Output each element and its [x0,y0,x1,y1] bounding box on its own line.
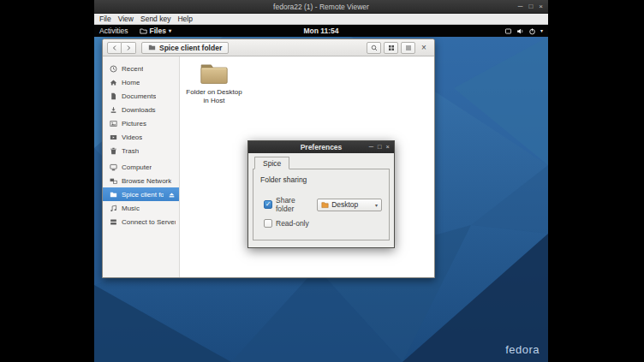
tab-spice[interactable]: Spice [254,157,289,169]
sidebar-item-recent[interactable]: Recent [103,62,179,75]
document-icon [110,92,117,100]
app-menu-files[interactable]: Files ▾ [140,27,171,35]
sidebar-item-pictures[interactable]: Pictures [103,116,179,130]
computer-icon [110,163,117,171]
activities-button[interactable]: Activities [99,27,128,35]
viewer-menubar: File View Send key Help [94,14,548,25]
sidebar-item-connect-to-server[interactable]: Connect to Server [103,215,179,228]
preferences-title: Preferences [301,143,343,151]
minimize-icon[interactable]: ─ [518,3,523,10]
minimize-icon[interactable]: ─ [369,144,373,151]
folder-sharing-heading: Folder sharing [260,175,382,184]
menu-view[interactable]: View [115,15,137,23]
power-icon [528,27,536,35]
files-headerbar: Spice client folder × [103,39,434,56]
spice-tab-page: Folder sharing ✓ Share folder Desktop ▾ [253,169,390,240]
menu-help[interactable]: Help [174,15,195,23]
viewer-titlebar: fedora22 (1) - Remote Viewer ─ □ × [94,0,548,14]
clock-icon [110,65,117,73]
files-sidebar: Recent Home Documents Downloads [103,56,180,277]
screen: fedora22 (1) - Remote Viewer ─ □ × File … [0,0,644,362]
close-icon[interactable]: × [539,3,543,10]
system-tray[interactable]: ▾ [504,27,543,35]
chevron-right-icon [125,45,132,51]
shared-folder-value: Desktop [331,200,358,209]
folder-icon [321,201,329,209]
sidebar-item-downloads[interactable]: Downloads [103,103,179,116]
folder-icon [148,44,156,51]
sidebar-item-trash[interactable]: Trash [103,144,179,157]
breadcrumb[interactable]: Spice client folder [141,42,229,54]
chevron-down-icon: ▾ [540,28,543,33]
video-icon [110,134,117,141]
menu-send-key[interactable]: Send key [137,15,174,23]
folder-item[interactable]: Folder on Desktop in Host [183,62,245,105]
remote-viewer-window: fedora22 (1) - Remote Viewer ─ □ × File … [94,0,548,362]
readonly-label: Read-only [276,219,309,228]
sidebar-item-computer[interactable]: Computer [103,160,179,174]
grid-view-button[interactable] [384,42,398,54]
hamburger-icon [405,45,412,51]
search-button[interactable] [367,42,381,54]
sidebar-item-documents[interactable]: Documents [103,89,179,103]
picture-icon [110,120,117,128]
sidebar-item-videos[interactable]: Videos [103,130,179,144]
folder-icon [200,62,229,86]
window-close-button[interactable]: × [418,42,430,54]
preferences-titlebar: Preferences ─ □ × [248,141,394,153]
volume-icon [516,27,524,35]
network-icon [110,177,117,185]
chevron-down-icon: ▾ [169,28,171,33]
home-icon [110,79,117,86]
shared-folder-select[interactable]: Desktop ▾ [317,199,382,211]
maximize-icon[interactable]: □ [528,3,533,10]
desktop: fedora Spice client folder [94,37,548,362]
search-icon [371,45,378,51]
server-icon [110,218,117,226]
viewer-title: fedora22 (1) - Remote Viewer [273,3,369,11]
sidebar-item-spice-client-folder[interactable]: Spice client fol... [103,187,179,201]
folder-item-label: Folder on Desktop in Host [183,88,245,105]
forward-button[interactable] [122,42,136,54]
grid-icon [388,45,395,51]
fedora-logo: fedora [505,343,540,356]
download-icon [110,106,117,114]
gnome-topbar: Activities Files ▾ Mon 11:54 ▾ [94,25,548,37]
share-folder-label: Share folder [276,196,310,213]
close-icon[interactable]: × [386,144,390,151]
menu-button[interactable] [401,42,415,54]
share-folder-checkbox[interactable]: ✓ [264,200,272,209]
breadcrumb-label: Spice client folder [159,44,222,52]
sidebar-item-home[interactable]: Home [103,75,179,89]
chevron-down-icon: ▾ [375,202,378,208]
folder-icon [110,191,117,199]
clock[interactable]: Mon 11:54 [303,27,338,35]
preferences-dialog: Preferences ─ □ × Spice Folder sharing ✓ [247,140,395,248]
check-icon: ✓ [265,201,271,208]
sidebar-item-browse-network[interactable]: Browse Network [103,174,179,187]
menu-file[interactable]: File [96,15,115,23]
maximize-icon[interactable]: □ [378,144,382,151]
files-app-icon [140,27,147,35]
eject-icon[interactable] [168,191,176,199]
chevron-left-icon [111,45,118,51]
sidebar-item-music[interactable]: Music [103,201,179,215]
window-icon [504,27,512,35]
trash-icon [110,147,117,155]
app-menu-label: Files [150,27,166,35]
back-button[interactable] [107,42,122,54]
readonly-checkbox[interactable] [264,219,272,228]
music-icon [110,205,117,212]
